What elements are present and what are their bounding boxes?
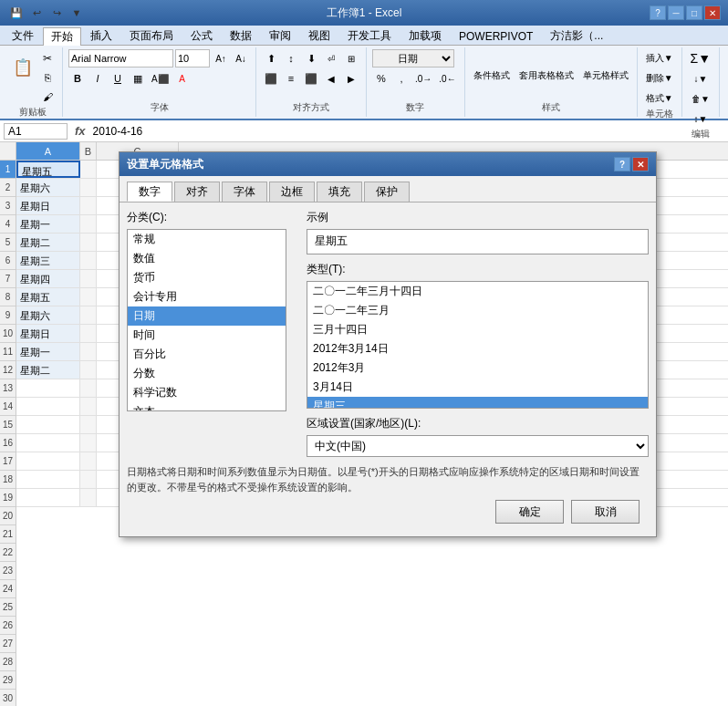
type-list-item-weekday[interactable]: 星期三	[307, 397, 648, 409]
font-size-up-btn[interactable]: A↑	[212, 49, 230, 67]
close-btn[interactable]: ✕	[704, 5, 721, 20]
ribbon-tab-方洁影（...[interactable]: 方洁影（...	[542, 26, 611, 45]
font-size-input[interactable]	[175, 49, 210, 67]
ribbon-tab-插入[interactable]: 插入	[82, 26, 120, 45]
help-btn[interactable]: ?	[650, 5, 666, 20]
paste-btn[interactable]: 📋	[9, 49, 36, 86]
more-qat-btn[interactable]: ▼	[68, 4, 86, 22]
restore-btn[interactable]: □	[686, 5, 702, 20]
wrap-text-btn[interactable]: ⏎	[322, 49, 340, 67]
dialog-close-btn[interactable]: ✕	[632, 157, 649, 171]
dialog-title: 设置单元格格式	[127, 157, 203, 172]
ribbon-toolbar: 📋 ✂ ⎘ 🖌 剪贴板 A↑ A↓ B I	[0, 46, 728, 120]
quick-access-toolbar: 💾 ↩ ↪ ▼	[7, 4, 86, 22]
number-format-select[interactable]: 日期	[372, 49, 454, 67]
list-item[interactable]: 会计专用	[128, 287, 286, 306]
align-bottom-btn[interactable]: ⬇	[302, 49, 320, 67]
align-middle-btn[interactable]: ↕	[282, 49, 300, 67]
list-item[interactable]: 常规	[128, 230, 286, 249]
fill-btn[interactable]: ↓▼	[688, 69, 714, 88]
percent-btn[interactable]: %	[372, 69, 390, 88]
ok-button[interactable]: 确定	[495, 500, 564, 524]
formula-input[interactable]	[93, 125, 724, 138]
list-item[interactable]: 时间	[128, 326, 286, 345]
list-item[interactable]: 文本	[128, 402, 286, 411]
font-name-input[interactable]	[68, 49, 173, 67]
align-top-btn[interactable]: ⬆	[262, 49, 280, 67]
increase-indent-btn[interactable]: ▶	[342, 69, 360, 88]
bold-btn[interactable]: B	[68, 69, 87, 88]
fill-color-btn[interactable]: A⬛	[149, 69, 172, 88]
dialog-tab-protect[interactable]: 保护	[364, 182, 410, 202]
sort-btn[interactable]: ↕▼	[688, 109, 714, 128]
ribbon-tab-审阅[interactable]: 审阅	[261, 26, 299, 45]
dialog-help-btn[interactable]: ?	[614, 157, 630, 171]
font-size-down-btn[interactable]: A↓	[232, 49, 250, 67]
copy-btn[interactable]: ⎘	[38, 68, 57, 87]
dialog-tab-border[interactable]: 边框	[269, 182, 315, 202]
dialog-tab-number[interactable]: 数字	[127, 182, 172, 202]
ribbon-tab-数据[interactable]: 数据	[222, 26, 260, 45]
type-list-item[interactable]: 三月十四日	[307, 320, 648, 339]
list-item[interactable]: 数值	[128, 249, 286, 268]
ribbon-tab-文件[interactable]: 文件	[4, 26, 42, 45]
type-list[interactable]: 二〇一二年三月十四日 二〇一二年三月 三月十四日 2012年3月14日 2012…	[307, 281, 649, 409]
list-item[interactable]: 货币	[128, 268, 286, 287]
ribbon-tab-开始[interactable]: 开始	[43, 27, 81, 46]
type-list-item[interactable]: 3月14日	[307, 378, 648, 397]
font-label: 字体	[151, 101, 169, 115]
align-center-btn[interactable]: ≡	[282, 69, 300, 88]
sample-value: 星期五	[315, 234, 348, 247]
settings-section: 示例 星期五 类型(T): 二〇一二年三月十四日 二〇一二年三月 三月十四	[307, 210, 649, 457]
type-list-item[interactable]: 二〇一二年三月	[307, 301, 648, 320]
border-btn[interactable]: ▦	[129, 69, 147, 88]
insert-btn[interactable]: 插入▼	[643, 49, 676, 67]
list-item[interactable]: 百分比	[128, 345, 286, 364]
ribbon-tab-加载项[interactable]: 加载项	[400, 26, 450, 45]
cell-reference-box[interactable]	[4, 123, 68, 140]
list-item[interactable]: 科学记数	[128, 383, 286, 402]
italic-btn[interactable]: I	[88, 69, 107, 88]
type-list-item[interactable]: 二〇一二年三月十四日	[307, 282, 648, 301]
undo-qat-btn[interactable]: ↩	[27, 4, 46, 22]
ribbon-tab-开发工具[interactable]: 开发工具	[339, 26, 400, 45]
cell-style-btn[interactable]: 单元格样式	[580, 67, 631, 85]
category-list[interactable]: 常规 数值 货币 会计专用 日期 时间 百分比 分数 科学记数 文本 特殊 自定…	[127, 229, 286, 411]
clear-btn[interactable]: 🗑▼	[688, 89, 714, 108]
dialog-tab-font[interactable]: 字体	[222, 182, 267, 202]
sheet-area: 1 2 3 4 5 6 7 8 9 10 11 12 13 14 15 16 1…	[0, 142, 728, 706]
comma-btn[interactable]: ,	[392, 69, 411, 88]
type-list-item[interactable]: 2012年3月14日	[307, 339, 648, 358]
ribbon-tab-页面布局[interactable]: 页面布局	[121, 26, 182, 45]
format-btn[interactable]: 格式▼	[643, 89, 676, 108]
format-painter-btn[interactable]: 🖌	[38, 88, 57, 106]
dialog-tab-align[interactable]: 对齐	[174, 182, 220, 202]
minimize-btn[interactable]: ─	[668, 5, 684, 20]
merge-btn[interactable]: ⊞	[342, 49, 360, 67]
decrease-indent-btn[interactable]: ◀	[322, 69, 340, 88]
ribbon-tab-POWERPIVOT[interactable]: POWERPIVOT	[451, 26, 541, 45]
dialog-tab-fill[interactable]: 填充	[317, 182, 362, 202]
font-color-btn[interactable]: A	[173, 69, 192, 88]
type-section: 类型(T): 二〇一二年三月十四日 二〇一二年三月 三月十四日 2012年3月1…	[307, 262, 649, 409]
underline-btn[interactable]: U	[109, 69, 127, 88]
align-right-btn[interactable]: ⬛	[302, 69, 320, 88]
increase-decimal-btn[interactable]: .0→	[412, 69, 434, 88]
cell-format-btn[interactable]: 套用表格格式	[516, 67, 577, 85]
list-item[interactable]: 分数	[128, 364, 286, 383]
list-item-date[interactable]: 日期	[128, 306, 286, 326]
ribbon-tab-公式[interactable]: 公式	[182, 26, 221, 45]
edit-label: 编辑	[692, 128, 710, 141]
type-list-item[interactable]: 2012年3月	[307, 358, 648, 378]
save-qat-btn[interactable]: 💾	[7, 4, 26, 22]
cancel-button[interactable]: 取消	[571, 500, 640, 524]
sum-btn[interactable]: Σ▼	[688, 49, 714, 67]
cut-btn[interactable]: ✂	[38, 49, 57, 67]
redo-qat-btn[interactable]: ↪	[47, 4, 66, 22]
delete-btn[interactable]: 删除▼	[643, 69, 676, 88]
ribbon-tab-视图[interactable]: 视图	[300, 26, 338, 45]
conditional-format-btn[interactable]: 条件格式	[471, 67, 513, 85]
locale-select[interactable]: 中文(中国)	[307, 435, 649, 457]
decrease-decimal-btn[interactable]: .0←	[436, 69, 458, 88]
align-left-btn[interactable]: ⬛	[262, 69, 280, 88]
